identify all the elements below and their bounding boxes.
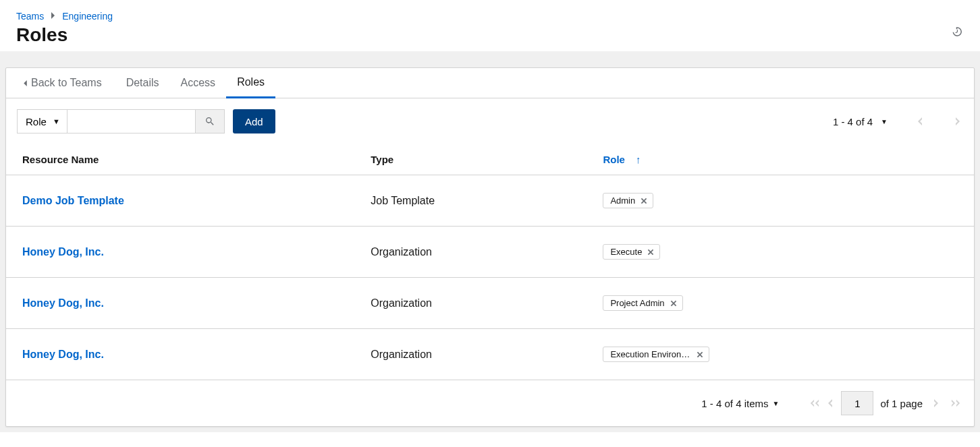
col-resource-name[interactable]: Resource Name	[6, 144, 354, 175]
resource-link[interactable]: Honey Dog, Inc.	[22, 349, 104, 360]
tab-roles[interactable]: Roles	[226, 68, 275, 98]
search-button[interactable]	[195, 109, 225, 133]
page-number-input[interactable]	[841, 391, 873, 415]
table-row: Demo Job TemplateJob TemplateAdmin	[6, 175, 974, 227]
filter-type-select[interactable]: Role	[17, 109, 67, 133]
search-icon	[205, 116, 215, 127]
toolbar: Role ▼ Add 1 - 4 of 4 ▼	[6, 98, 974, 144]
type-cell: Organization	[354, 227, 587, 278]
pagination-items-label: 1 - 4 of 4 items	[701, 398, 768, 409]
col-type[interactable]: Type	[354, 144, 587, 175]
breadcrumb: Teams Engineering	[16, 11, 964, 22]
remove-role-icon[interactable]	[666, 300, 681, 307]
type-cell: Organization	[354, 329, 587, 380]
filter-select-wrap: Role ▼	[17, 109, 67, 133]
bottom-pagination: 1 - 4 of 4 items ▼ of 1 page	[6, 380, 974, 426]
role-chip: Execution Environme…	[603, 347, 709, 362]
add-button[interactable]: Add	[233, 109, 275, 133]
page-header: Teams Engineering Roles	[0, 0, 980, 51]
role-chip: Project Admin	[603, 295, 682, 311]
roles-table: Resource Name Type Role ↑ Demo Job Templ…	[6, 144, 974, 380]
back-to-teams-link[interactable]: Back to Teams	[22, 69, 105, 97]
table-row: Honey Dog, Inc.OrganizationExecution Env…	[6, 329, 974, 380]
back-to-teams-label: Back to Teams	[31, 77, 102, 89]
breadcrumb-current-link[interactable]: Engineering	[62, 11, 113, 22]
top-pagination-range: 1 - 4 of 4	[833, 116, 873, 127]
chevron-right-icon	[51, 12, 55, 20]
tab-details[interactable]: Details	[115, 69, 170, 97]
pagination-items-label-wrap[interactable]: 1 - 4 of 4 items ▼	[701, 398, 779, 409]
caret-down-icon: ▼	[773, 400, 780, 407]
prev-page-arrow[interactable]	[917, 116, 925, 127]
role-chip: Execute	[603, 244, 660, 260]
role-chip-label: Execution Environme…	[610, 349, 691, 359]
breadcrumb-root-link[interactable]: Teams	[16, 11, 44, 22]
role-chip-label: Admin	[610, 196, 635, 206]
content-area: Back to Teams Details Access Roles Role …	[0, 51, 980, 432]
resource-link[interactable]: Honey Dog, Inc.	[22, 297, 104, 309]
tab-bar: Back to Teams Details Access Roles	[6, 68, 974, 98]
role-chip: Admin	[603, 193, 653, 208]
main-card: Back to Teams Details Access Roles Role …	[5, 67, 975, 427]
table-row: Honey Dog, Inc.OrganizationExecute	[6, 227, 974, 278]
type-cell: Organization	[354, 278, 587, 329]
last-page-arrow[interactable]	[947, 398, 958, 409]
sort-ascending-icon: ↑	[636, 154, 641, 165]
role-chip-label: Project Admin	[610, 298, 664, 308]
top-pagination: 1 - 4 of 4 ▼	[833, 116, 963, 127]
page-title: Roles	[16, 24, 964, 46]
prev-page-arrow[interactable]	[823, 398, 834, 409]
next-page-arrow[interactable]	[955, 116, 963, 127]
caret-down-icon[interactable]: ▼	[881, 118, 888, 125]
resource-link[interactable]: Demo Job Template	[22, 195, 124, 206]
tab-access[interactable]: Access	[170, 69, 227, 97]
next-page-arrow[interactable]	[929, 398, 940, 409]
filter-group: Role ▼	[17, 109, 225, 133]
role-chip-label: Execute	[610, 247, 642, 257]
type-cell: Job Template	[354, 175, 587, 227]
first-page-arrow[interactable]	[806, 398, 817, 409]
col-role-label: Role	[603, 154, 625, 165]
remove-role-icon[interactable]	[692, 351, 707, 358]
table-row: Honey Dog, Inc.OrganizationProject Admin	[6, 278, 974, 329]
remove-role-icon[interactable]	[643, 249, 658, 256]
resource-link[interactable]: Honey Dog, Inc.	[22, 246, 104, 258]
filter-text-input[interactable]	[67, 109, 195, 133]
history-icon[interactable]	[952, 26, 964, 40]
remove-role-icon[interactable]	[636, 198, 651, 204]
pagination-page-label: of 1 page	[880, 398, 923, 409]
col-role[interactable]: Role ↑	[587, 144, 974, 175]
